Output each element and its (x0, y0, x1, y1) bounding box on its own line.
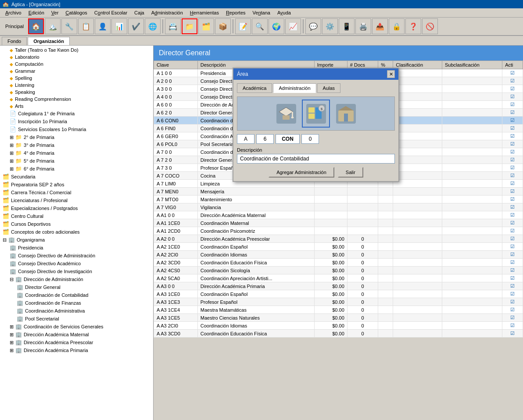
toolbar-btn-19[interactable]: 📱 (339, 18, 355, 34)
dialog-tab-administracion[interactable]: Administración (273, 83, 316, 93)
tree-label: Coordinación de Finanzas (25, 300, 81, 306)
tree-item-direccion-admin[interactable]: ⊟ 🏢 Dirección de Administración (1, 275, 152, 283)
toolbar-btn-4[interactable]: 📋 (78, 18, 94, 34)
menu-ayuda[interactable]: Ayuda (274, 9, 294, 16)
toolbar-btn-17[interactable]: 💬 (305, 18, 321, 34)
tree-item-carrera[interactable]: 🗂️ Carrera Técnica / Comercial (1, 189, 152, 196)
dialog-desc-input[interactable] (237, 154, 395, 164)
toolbar-btn-20[interactable]: 🖨️ (355, 18, 371, 34)
field-con[interactable] (276, 134, 300, 144)
tree-item-2prim[interactable]: ⊞ 📁 2° de Primaria (1, 133, 152, 141)
menu-ver[interactable]: Ver (48, 9, 62, 16)
toolbar-btn-6[interactable]: 📊 (111, 18, 127, 34)
dialog-overlay: Área ✕ Académica Administración Aulas (154, 46, 523, 420)
tree-item-coord-finanzas[interactable]: 🏢 Coordinación de Finanzas (1, 299, 152, 307)
tree-item-dir-preescolar[interactable]: ⊞ 🏢 Dirección Académica Preescolar (1, 338, 152, 346)
menu-edicion[interactable]: Edición (25, 9, 48, 16)
org-icon: 🏢 (15, 347, 22, 353)
tree-item-organigrama[interactable]: ⊟ 🏢 Organigrama (1, 236, 152, 244)
folder2-icon: 🗂️ (3, 182, 9, 188)
tree-item-cursos[interactable]: 🗂️ Cursos Deportivos (1, 220, 152, 228)
tree-item-servicios1[interactable]: 📄 Servicios Escolares 1o Primaria (1, 125, 152, 133)
field-6[interactable] (256, 134, 274, 144)
tree-item-4prim[interactable]: ⊞ 📁 4° de Primaria (1, 149, 152, 157)
toolbar-btn-23[interactable]: ❓ (405, 18, 421, 34)
btn-agregar[interactable]: Agregar Administración (269, 167, 334, 178)
toolbar-btn-8[interactable]: 🌐 (145, 18, 161, 34)
tree-item-especializaciones[interactable]: 🗂️ Especializaciones / Postgrados (1, 204, 152, 212)
org-icon: 🏢 (10, 260, 16, 267)
toolbar-btn-10[interactable]: 📁 (182, 18, 197, 34)
dialog-tab-academica[interactable]: Académica (237, 83, 272, 93)
toolbar-btn-11[interactable]: 🗂️ (198, 18, 214, 34)
toolbar-btn-2[interactable]: 🏔️ (45, 18, 61, 34)
tree-item-consejo-inv[interactable]: 🏢 Consejo Directivo de Investigación (1, 267, 152, 275)
toolbar-btn-21[interactable]: 📤 (372, 18, 388, 34)
icon-box-2[interactable]: $ (303, 100, 329, 127)
menu-herramientas[interactable]: Herramientas (186, 9, 222, 16)
tree-item-colegiatura[interactable]: 📄 Colegiatura 1° de Primaria (1, 110, 152, 117)
tree-item-listening[interactable]: ◆ Listening (1, 82, 152, 89)
menu-caja[interactable]: Caja (131, 9, 148, 16)
tree-item-secundaria[interactable]: 🗂️ Secundaria (1, 173, 152, 181)
tree-item-reading[interactable]: ◆ Reading Comprenhension (1, 96, 152, 103)
field-a[interactable] (237, 134, 254, 144)
toolbar-btn-7[interactable]: ✔️ (128, 18, 144, 34)
tree-item-dir-primaria[interactable]: ⊞ 🏢 Dirección Académica Primaria (1, 346, 152, 354)
toolbar-btn-9[interactable]: 📇 (165, 18, 181, 34)
tree-item-grammar[interactable]: ◆ Grammar (1, 68, 152, 75)
toolbar-btn-3[interactable]: 🔧 (61, 18, 77, 34)
menu-ventana[interactable]: Ventana (249, 9, 274, 16)
tree-item-prepa[interactable]: 🗂️ Preparatoria SEP 2 años (1, 181, 152, 189)
tree-item-centro[interactable]: 🗂️ Centro Cultural (1, 212, 152, 220)
toolbar-btn-15[interactable]: 🌍 (269, 18, 284, 34)
tree-item-licenciaturas[interactable]: 🗂️ Licenciaturas / Profesional (1, 196, 152, 204)
tree-item-spelling[interactable]: ◆ Spelling (1, 75, 152, 82)
tree-item-coord-servicios[interactable]: ⊞ 🏢 Coordinación de Servicios Generales (1, 323, 152, 331)
menu-catalogos[interactable]: Catálogos (62, 9, 91, 16)
principal-label[interactable]: Principal (2, 23, 27, 30)
tree-item-pool[interactable]: 🏢 Pool Secretarial (1, 315, 152, 323)
tree-item-conceptos[interactable]: 🗂️ Conceptos de cobro adicionales (1, 228, 152, 236)
tree-item-6prim[interactable]: ⊞ 📁 6° de Primaria (1, 165, 152, 173)
dialog-close-button[interactable]: ✕ (387, 70, 395, 78)
tree-item-director-general[interactable]: 🏢 Director General (1, 283, 152, 291)
tree-item-dir-maternal[interactable]: ⊞ 🏢 Dirección Académica Maternal (1, 331, 152, 338)
menu-reportes[interactable]: Reportes (222, 9, 249, 16)
toolbar-btn-1[interactable]: 🏠 (28, 18, 44, 34)
btn-salir[interactable]: Salir (338, 167, 363, 178)
toolbar-btn-12[interactable]: 📦 (215, 18, 231, 34)
tab-organizacion[interactable]: Organización (28, 37, 70, 45)
toolbar-btn-22[interactable]: 🔒 (389, 18, 405, 34)
toolbar-btn-16[interactable]: 📈 (285, 18, 301, 34)
tree-item-computacion[interactable]: ◆ Computación (1, 61, 152, 68)
tree-item-5prim[interactable]: ⊞ 📁 5° de Primaria (1, 157, 152, 165)
tree-item-taller[interactable]: ◆ Taller (Teatro o Tae Kwon Do) (1, 46, 152, 53)
toolbar-btn-5[interactable]: 👤 (95, 18, 111, 34)
svg-rect-6 (308, 107, 315, 113)
field-0[interactable] (301, 134, 319, 144)
tree-item-consejo-admin[interactable]: 🏢 Consejo Directivo de Administración (1, 252, 152, 260)
tree-label: Consejo Directivo de Administración (18, 253, 95, 258)
icon-box-3[interactable] (333, 100, 359, 127)
tree-item-laboratorio[interactable]: ◆ Laboratorio (1, 53, 152, 61)
tree-item-presidencia[interactable]: 🏢 Presidencia (1, 244, 152, 252)
toolbar-btn-24[interactable]: 🚫 (422, 18, 438, 34)
menu-control[interactable]: Control Escolar (91, 9, 131, 16)
tree-item-inscripcion[interactable]: 📄 Inscripción 1o Primaria (1, 117, 152, 125)
menu-archivo[interactable]: Archivo (2, 9, 25, 16)
tree-item-consejo-acad[interactable]: 🏢 Consejo Directivo Académico (1, 260, 152, 267)
toolbar-btn-18[interactable]: ⚙️ (322, 18, 338, 34)
dialog-tab-aulas[interactable]: Aulas (317, 83, 341, 93)
toolbar-btn-13[interactable]: 📝 (235, 18, 251, 34)
tree-item-3prim[interactable]: ⊞ 📁 3° de Primaria (1, 141, 152, 149)
tree-item-speaking[interactable]: ◆ Speaking (1, 89, 152, 96)
tree-item-coord-contab[interactable]: 🏢 Coordinación de Contabilidad (1, 291, 152, 299)
toolbar-btn-14[interactable]: 🔍 (252, 18, 268, 34)
tab-fondo[interactable]: Fondo (2, 37, 27, 45)
folder2-icon: 🗂️ (3, 213, 9, 219)
tree-item-coord-admin[interactable]: 🏢 Coordinación Administrativa (1, 307, 152, 315)
menu-admin[interactable]: Administración (148, 9, 186, 16)
icon-box-1[interactable] (273, 100, 299, 127)
tree-item-arts[interactable]: ◆ Arts (1, 103, 152, 110)
